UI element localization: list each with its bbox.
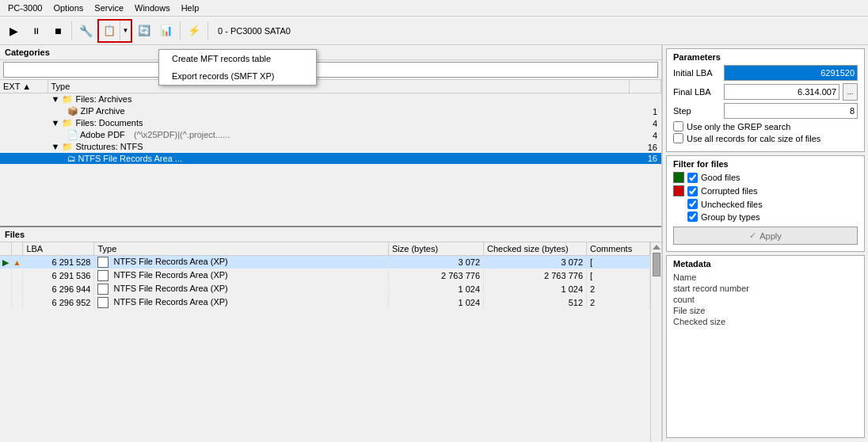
checked-size-cell: 512 <box>484 296 587 310</box>
all-records-checkbox[interactable] <box>673 133 683 143</box>
comment-cell: 2 <box>587 283 650 296</box>
folder-icon3: 📁 <box>62 142 75 151</box>
group-by-types-checkbox[interactable] <box>687 211 698 222</box>
final-lba-label: Final LBA <box>673 87 721 97</box>
all-records-label[interactable]: Use all records for calc size of files <box>687 134 820 143</box>
table-row[interactable]: 📄 Adobe PDF (^\x25PDF)|(^.project...... … <box>0 129 661 141</box>
categories-header: Categories <box>0 45 661 60</box>
table-row[interactable]: ▼ 📁 Files: Archives <box>0 93 661 106</box>
corrupted-files-checkbox[interactable] <box>687 186 698 196</box>
category-label: Files: Archives <box>76 94 132 104</box>
scroll-up-arrow[interactable] <box>653 245 661 250</box>
lba-cell: 6 291 528 <box>23 256 94 269</box>
pdf-icon: 📄 <box>67 130 80 139</box>
table-row[interactable]: ▼ 📁 Structures: NTFS 16 <box>0 141 661 153</box>
category-label: Files: Documents <box>76 118 143 128</box>
good-files-label[interactable]: Good files <box>701 173 740 182</box>
metadata-panel: Metadata Name start record number count … <box>666 255 865 438</box>
category-comment: (^\x25PDF)|(^.project...... <box>134 130 230 139</box>
export-records-item[interactable]: Export records (SMFT XP) <box>159 67 316 85</box>
filter-row <box>0 60 661 80</box>
scrollbar[interactable] <box>650 242 661 441</box>
chart-button[interactable]: 📊 <box>156 21 177 41</box>
col-checked-size[interactable]: Checked size (bytes) <box>484 242 587 256</box>
col-type[interactable]: Type <box>48 80 630 93</box>
comment-cell: [ <box>587 269 650 283</box>
final-lba-browse-button[interactable]: ... <box>843 83 858 101</box>
group-by-types-filter-item: Group by types <box>673 211 858 222</box>
step-row: Step <box>673 103 858 119</box>
copy-dropdown: 📋 ▼ <box>97 19 132 43</box>
filter-for-files-group: Filter for files Good files Corrupted fi… <box>666 155 865 252</box>
good-files-filter-item: Good files <box>673 172 858 183</box>
table-row[interactable]: 📦 ZIP Archive 1 <box>0 105 661 117</box>
flag-cell: ▲ <box>11 256 23 269</box>
table-row[interactable]: 6 296 944 NTFS File Records Area (XP) 1 … <box>0 283 650 296</box>
table-row[interactable]: 6 296 952 NTFS File Records Area (XP) 1 … <box>0 296 650 310</box>
files-table: LBA Type Size (bytes) Checked size (byte… <box>0 242 650 310</box>
stop-button[interactable]: ⏹ <box>48 21 68 41</box>
table-row[interactable]: 🗂 NTFS File Records Area ... 16 <box>0 153 661 164</box>
count-cell: 4 <box>630 117 661 129</box>
good-files-color-box <box>673 172 684 183</box>
good-files-checkbox[interactable] <box>687 173 698 183</box>
play-button[interactable]: ▶ <box>3 21 24 41</box>
refresh-button[interactable]: 🔄 <box>134 21 154 41</box>
folder-icon: 📁 <box>62 94 75 104</box>
col-ext[interactable]: EXT ▲ <box>0 80 48 93</box>
menu-windows[interactable]: Windows <box>130 2 175 14</box>
window-title: 0 - PC3000 SATA0 <box>218 26 291 36</box>
type-cell: NTFS File Records Area (XP) <box>94 283 389 296</box>
menu-service[interactable]: Service <box>89 2 128 14</box>
table-row[interactable]: ▶ ▲ 6 291 528 NTFS File Records Area (XP… <box>0 256 650 269</box>
apply-button[interactable]: ✓ Apply <box>673 227 858 245</box>
table-row[interactable]: 6 291 536 NTFS File Records Area (XP) 2 … <box>0 269 650 283</box>
filter-title: Filter for files <box>673 159 858 169</box>
grep-checkbox[interactable] <box>673 121 683 131</box>
type-label: NTFS File Records Area (XP) <box>113 257 227 266</box>
scroll-thumb[interactable] <box>653 253 661 276</box>
menu-pc3000[interactable]: PC-3000 <box>3 2 47 14</box>
tree-expand: ▼ <box>51 94 63 104</box>
copy-button[interactable]: 📋 <box>99 21 120 41</box>
tree-expand3: ▼ <box>51 142 63 151</box>
menu-options[interactable]: Options <box>48 2 88 14</box>
grep-checkbox-row: Use only the GREP search <box>673 121 858 131</box>
col-comments[interactable]: Comments <box>587 242 650 256</box>
unchecked-files-label[interactable]: Unchecked files <box>701 200 763 209</box>
col-type[interactable]: Type <box>94 242 389 256</box>
type-cell: NTFS File Records Area (XP) <box>94 296 389 310</box>
final-lba-input[interactable] <box>724 84 839 100</box>
corrupted-files-label[interactable]: Corrupted files <box>701 186 758 196</box>
type-label: NTFS File Records Area (XP) <box>113 284 227 293</box>
metadata-start-record: start record number <box>673 283 858 294</box>
col-lba[interactable]: LBA <box>23 242 94 256</box>
files-table-container[interactable]: LBA Type Size (bytes) Checked size (byte… <box>0 242 650 441</box>
arrow-cell: ▶ <box>0 256 11 269</box>
files-area: Files LBA Type Size (bytes) Checked size… <box>0 227 661 441</box>
zip-icon: 📦 <box>67 106 81 116</box>
lightning-button[interactable]: ⚡ <box>184 21 204 41</box>
category-label: ZIP Archive <box>81 106 125 116</box>
separator2 <box>180 21 181 40</box>
tools-button[interactable]: 🔧 <box>75 21 96 41</box>
comment-cell: 2 <box>587 296 650 310</box>
unchecked-files-checkbox[interactable] <box>687 199 698 209</box>
table-row[interactable]: ▼ 📁 Files: Documents 4 <box>0 117 661 129</box>
grep-label[interactable]: Use only the GREP search <box>687 122 790 131</box>
group-by-types-label[interactable]: Group by types <box>701 212 760 222</box>
category-label: Adobe PDF <box>80 130 125 139</box>
step-input[interactable] <box>724 103 858 119</box>
create-mft-records-item[interactable]: Create MFT records table <box>159 50 316 67</box>
metadata-file-size: File size <box>673 305 858 316</box>
files-table-wrapper: LBA Type Size (bytes) Checked size (byte… <box>0 242 661 441</box>
arrow-cell <box>0 283 11 296</box>
initial-lba-input[interactable] <box>724 65 858 81</box>
menu-help[interactable]: Help <box>177 2 204 14</box>
copy-dropdown-arrow[interactable]: ▼ <box>120 21 131 41</box>
pause-button[interactable]: ⏸ <box>25 21 46 41</box>
lba-cell: 6 296 952 <box>23 296 94 310</box>
initial-lba-label: Initial LBA <box>673 68 721 78</box>
type-cell: NTFS File Records Area (XP) <box>94 256 389 269</box>
col-size[interactable]: Size (bytes) <box>389 242 484 256</box>
